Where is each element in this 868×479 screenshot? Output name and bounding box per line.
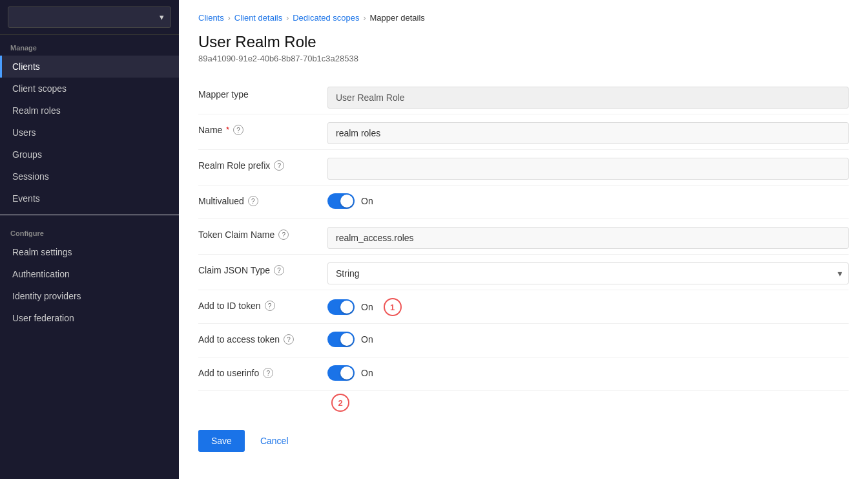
sidebar-item-client-scopes-label: Client scopes — [12, 83, 67, 94]
form-button-row: Save Cancel — [198, 430, 849, 452]
add-to-userinfo-row: Add to userinfo ? On — [198, 357, 849, 391]
add-to-userinfo-label: Add to userinfo ? — [198, 363, 327, 378]
mapper-type-row: Mapper type — [198, 79, 849, 114]
claim-json-type-row: Claim JSON Type ? String long int boolea… — [198, 255, 849, 290]
sidebar-item-realm-settings-label: Realm settings — [12, 247, 72, 257]
sidebar-item-groups-label: Groups — [12, 149, 42, 160]
mapper-type-control — [327, 84, 849, 109]
sidebar-item-events[interactable]: Events — [0, 187, 179, 209]
claim-json-type-select[interactable]: String long int boolean JSON — [327, 262, 849, 284]
toggle-thumb-access — [340, 333, 353, 346]
annotation-2-row: 2 — [198, 394, 849, 412]
sidebar-item-events-label: Events — [12, 193, 40, 204]
realm-role-prefix-label: Realm Role prefix ? — [198, 155, 327, 171]
annotation-2: 2 — [331, 394, 349, 412]
token-claim-name-label: Token Claim Name ? — [198, 224, 327, 240]
realm-role-prefix-input[interactable] — [327, 158, 849, 180]
claim-json-type-label: Claim JSON Type ? — [198, 260, 327, 275]
multivalued-help-icon[interactable]: ? — [248, 196, 258, 206]
breadcrumb-client-details[interactable]: Client details — [234, 13, 282, 23]
token-claim-name-control — [327, 224, 849, 249]
add-to-id-token-toggle-label: On — [361, 302, 373, 312]
breadcrumb-sep-1: › — [228, 14, 231, 23]
name-help-icon[interactable]: ? — [233, 125, 243, 135]
add-to-id-token-row: Add to ID token ? On 1 — [198, 290, 849, 324]
breadcrumb-dedicated-scopes[interactable]: Dedicated scopes — [293, 13, 359, 23]
manage-section-label: Manage — [0, 35, 179, 56]
multivalued-row: Multivalued ? On — [198, 186, 849, 219]
add-to-access-token-toggle-label: On — [361, 334, 373, 345]
configure-section-label: Configure — [0, 220, 179, 241]
add-to-id-token-toggle-wrap: On 1 — [327, 298, 402, 316]
sidebar-item-groups[interactable]: Groups — [0, 144, 179, 165]
mapper-type-input — [327, 87, 849, 109]
realm-role-prefix-control — [327, 155, 849, 180]
required-indicator: * — [226, 125, 229, 134]
sidebar-item-users[interactable]: Users — [0, 122, 179, 144]
page-title: User Realm Role — [198, 33, 849, 51]
mapper-type-label: Mapper type — [198, 84, 327, 100]
multivalued-label: Multivalued ? — [198, 191, 327, 206]
sidebar-item-user-federation-label: User federation — [12, 313, 74, 323]
breadcrumb-clients[interactable]: Clients — [198, 13, 224, 23]
sidebar-item-sessions[interactable]: Sessions — [0, 165, 179, 187]
toggle-thumb-id — [340, 301, 353, 314]
add-to-access-token-toggle-wrap: On — [327, 332, 373, 347]
breadcrumb-sep-2: › — [286, 14, 289, 23]
multivalued-toggle-wrap: On — [327, 193, 373, 209]
sidebar-item-clients[interactable]: Clients — [0, 56, 179, 78]
sidebar-item-realm-roles[interactable]: Realm roles — [0, 100, 179, 122]
breadcrumb-mapper-details: Mapper details — [370, 13, 425, 23]
breadcrumb: Clients › Client details › Dedicated sco… — [198, 13, 849, 23]
claim-json-type-control: String long int boolean JSON — [327, 260, 849, 284]
sidebar-item-clients-label: Clients — [12, 61, 40, 72]
sidebar-item-identity-providers-label: Identity providers — [12, 291, 81, 301]
add-to-userinfo-toggle-label: On — [361, 368, 373, 378]
breadcrumb-sep-3: › — [364, 14, 366, 23]
claim-json-type-select-wrap: String long int boolean JSON — [327, 262, 849, 284]
add-to-userinfo-help-icon[interactable]: ? — [263, 368, 273, 378]
realm-dropdown[interactable]: ▾ — [8, 6, 171, 28]
sidebar-item-users-label: Users — [12, 127, 36, 138]
token-claim-name-help-icon[interactable]: ? — [278, 229, 289, 240]
name-label: Name * ? — [198, 120, 327, 135]
name-row: Name * ? — [198, 114, 849, 150]
sidebar-item-authentication-label: Authentication — [12, 269, 70, 279]
sidebar-item-user-federation[interactable]: User federation — [0, 307, 179, 329]
claim-json-type-help-icon[interactable]: ? — [274, 265, 284, 275]
save-button[interactable]: Save — [198, 430, 245, 452]
name-control — [327, 120, 849, 144]
add-to-access-token-help-icon[interactable]: ? — [284, 334, 294, 345]
cancel-button[interactable]: Cancel — [250, 430, 299, 452]
add-to-userinfo-control: On — [327, 363, 849, 381]
token-claim-name-row: Token Claim Name ? — [198, 219, 849, 255]
add-to-access-token-toggle[interactable] — [327, 332, 355, 347]
sidebar-item-realm-roles-label: Realm roles — [12, 105, 61, 116]
add-to-userinfo-toggle[interactable] — [327, 365, 355, 381]
sidebar-item-client-scopes[interactable]: Client scopes — [0, 78, 179, 100]
chevron-down-icon: ▾ — [160, 12, 164, 22]
add-to-access-token-label: Add to access token ? — [198, 329, 327, 345]
sidebar-item-identity-providers[interactable]: Identity providers — [0, 285, 179, 307]
add-to-id-token-help-icon[interactable]: ? — [265, 301, 275, 311]
add-to-id-token-label: Add to ID token ? — [198, 295, 327, 311]
add-to-access-token-row: Add to access token ? On — [198, 324, 849, 357]
sidebar-item-realm-settings[interactable]: Realm settings — [0, 241, 179, 263]
toggle-thumb-userinfo — [340, 367, 353, 379]
add-to-id-token-toggle[interactable] — [327, 299, 355, 315]
sidebar-header: ▾ — [0, 0, 179, 35]
sidebar-item-authentication[interactable]: Authentication — [0, 263, 179, 285]
realm-role-prefix-row: Realm Role prefix ? — [198, 150, 849, 186]
sidebar-item-sessions-label: Sessions — [12, 171, 49, 182]
sidebar: ▾ Manage Clients Client scopes Realm rol… — [0, 0, 179, 479]
token-claim-name-input[interactable] — [327, 227, 849, 249]
add-to-userinfo-toggle-wrap: On — [327, 365, 373, 381]
multivalued-toggle[interactable] — [327, 193, 355, 209]
add-to-access-token-control: On — [327, 329, 849, 347]
toggle-thumb — [340, 195, 353, 208]
multivalued-toggle-label: On — [361, 196, 373, 206]
realm-role-prefix-help-icon[interactable]: ? — [274, 160, 284, 171]
add-to-id-token-control: On 1 — [327, 295, 849, 316]
name-input[interactable] — [327, 122, 849, 144]
page-subtitle: 89a41090-91e2-40b6-8b87-70b1c3a28538 — [198, 54, 849, 63]
